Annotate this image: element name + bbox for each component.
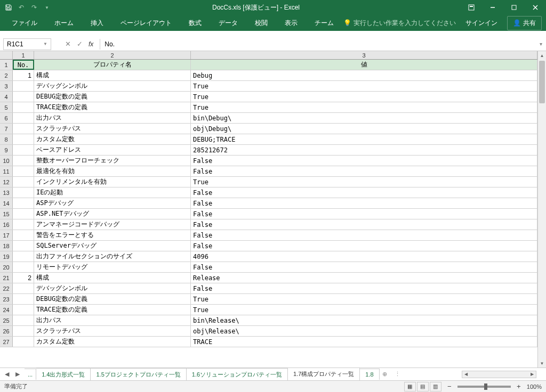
cell-value[interactable]: True xyxy=(191,305,537,315)
cell-value[interactable]: False xyxy=(191,262,537,272)
row-header[interactable]: 27 xyxy=(0,337,13,347)
column-header[interactable]: 1 xyxy=(13,51,34,59)
ribbon-tab-team[interactable]: チーム xyxy=(307,15,341,31)
cell-no[interactable] xyxy=(13,145,34,155)
cell-no[interactable] xyxy=(13,81,34,91)
cell-property[interactable]: 出力パス xyxy=(34,315,191,325)
share-button[interactable]: 👤 共有 xyxy=(507,16,542,30)
cell-no[interactable] xyxy=(13,102,34,112)
hscroll-left-button[interactable]: ◀ xyxy=(462,371,470,378)
cell-property[interactable]: 最適化を有効 xyxy=(34,166,191,176)
normal-view-button[interactable]: ▦ xyxy=(404,382,416,391)
cell-value[interactable]: False xyxy=(191,230,537,240)
save-icon[interactable] xyxy=(4,3,13,12)
row-header[interactable]: 17 xyxy=(0,230,13,240)
row-header[interactable]: 6 xyxy=(0,113,13,123)
cell-no[interactable] xyxy=(13,230,34,240)
cell-property[interactable]: 警告をエラーとする xyxy=(34,230,191,240)
cell-no[interactable] xyxy=(13,326,34,336)
horizontal-scrollbar[interactable]: ◀ ▶ xyxy=(462,371,536,378)
cell-value[interactable]: True xyxy=(191,102,537,112)
cell-property[interactable]: ASP.NETデバッグ xyxy=(34,209,191,219)
row-header[interactable]: 4 xyxy=(0,92,13,102)
cell-value[interactable]: bin\Debug\ xyxy=(191,113,537,123)
row-header[interactable]: 14 xyxy=(0,198,13,208)
scroll-thumb[interactable] xyxy=(539,61,545,103)
column-header[interactable]: 3 xyxy=(191,51,537,59)
scroll-up-button[interactable]: ▲ xyxy=(538,51,546,60)
row-header[interactable]: 21 xyxy=(0,273,13,283)
cell-property[interactable]: ASPデバッグ xyxy=(34,198,191,208)
ribbon-options-button[interactable] xyxy=(461,0,482,15)
cell-value[interactable]: False xyxy=(191,198,537,208)
cell-no[interactable] xyxy=(13,241,34,251)
scroll-down-button[interactable]: ▼ xyxy=(538,359,546,368)
row-header[interactable]: 7 xyxy=(0,124,13,134)
column-header[interactable]: 2 xyxy=(34,51,191,59)
redo-icon[interactable]: ↷ xyxy=(30,3,38,12)
grid-body[interactable]: 1 No. プロパティ名 値 21構成Debug3デバッグシンボルTrue4DE… xyxy=(0,60,537,368)
cell-property[interactable]: DEBUG定数の定義 xyxy=(34,92,191,102)
cell-no[interactable] xyxy=(13,251,34,262)
cell-value[interactable]: False xyxy=(191,187,537,198)
add-sheet-button[interactable]: ⊕ xyxy=(380,371,390,378)
cell-property[interactable]: リモートデバッグ xyxy=(34,262,191,272)
cell-value[interactable]: Debug xyxy=(191,70,537,80)
qat-dropdown-icon[interactable]: ▼ xyxy=(43,3,51,12)
cell-no[interactable] xyxy=(13,156,34,166)
row-header[interactable]: 1 xyxy=(0,60,13,70)
fx-icon[interactable]: fx xyxy=(89,40,93,48)
row-header[interactable]: 16 xyxy=(0,219,13,230)
cell-no[interactable]: 1 xyxy=(13,70,34,80)
minimize-button[interactable] xyxy=(482,0,503,15)
sheet-tab[interactable]: 1.4出力形式一覧 xyxy=(36,368,91,381)
cell-no[interactable] xyxy=(13,113,34,123)
cell-property[interactable]: スクラッチパス xyxy=(34,326,191,336)
ribbon-tab-formulas[interactable]: 数式 xyxy=(181,15,209,31)
cell-no[interactable]: 2 xyxy=(13,273,34,283)
cell-property[interactable]: SQLServerデバッグ xyxy=(34,241,191,251)
row-header[interactable]: 3 xyxy=(0,81,13,91)
sheet-tab-next-partial[interactable]: 1.8 xyxy=(360,369,379,380)
row-header[interactable]: 11 xyxy=(0,166,13,176)
undo-icon[interactable]: ↶ xyxy=(17,3,26,12)
zoom-out-button[interactable]: − xyxy=(446,382,453,390)
cell-value[interactable]: False xyxy=(191,219,537,230)
cell-no[interactable] xyxy=(13,283,34,293)
cell-property[interactable]: 構成 xyxy=(34,70,191,80)
hscroll-right-button[interactable]: ▶ xyxy=(528,371,536,378)
cell-no[interactable] xyxy=(13,305,34,315)
cell-no[interactable] xyxy=(13,294,34,304)
cancel-formula-button[interactable]: ✕ xyxy=(62,39,74,50)
cell-value[interactable]: False xyxy=(191,241,537,251)
cell-property[interactable]: デバッグシンボル xyxy=(34,283,191,293)
page-break-view-button[interactable]: ▥ xyxy=(430,382,441,391)
sheet-tab-active[interactable]: 1.7構成プロパティ一覧 xyxy=(288,368,360,381)
row-header[interactable]: 8 xyxy=(0,134,13,144)
cell-value[interactable]: False xyxy=(191,166,537,176)
cell-value[interactable]: 285212672 xyxy=(191,145,537,155)
vertical-scrollbar[interactable]: ▲ ▼ xyxy=(537,51,546,368)
select-all-corner[interactable] xyxy=(0,51,13,59)
cell-value[interactable]: False xyxy=(191,283,537,293)
zoom-in-button[interactable]: + xyxy=(515,382,523,390)
cell-property[interactable]: カスタム定数 xyxy=(34,134,191,144)
cell-no[interactable] xyxy=(13,198,34,208)
ribbon-tab-home[interactable]: ホーム xyxy=(47,15,81,31)
ribbon-tab-file[interactable]: ファイル xyxy=(4,15,45,31)
row-header[interactable]: 13 xyxy=(0,187,13,198)
cell-property[interactable]: TRACE定数の定義 xyxy=(34,102,191,112)
cell-property[interactable]: ベースアドレス xyxy=(34,145,191,155)
cell-property[interactable]: 構成 xyxy=(34,273,191,283)
cell-value[interactable]: obj\Release\ xyxy=(191,326,537,336)
cell-no[interactable] xyxy=(13,166,34,176)
cell-no[interactable] xyxy=(13,92,34,102)
close-button[interactable] xyxy=(525,0,546,15)
cell-value[interactable]: False xyxy=(191,156,537,166)
sheet-nav-next-icon[interactable]: ▶ xyxy=(14,371,21,378)
cell-value[interactable]: TRACE xyxy=(191,337,537,347)
sheet-tab[interactable]: 1.5プロジェクトプロパティ一覧 xyxy=(91,368,186,381)
cell-value[interactable]: bin\Release\ xyxy=(191,315,537,325)
zoom-slider-thumb[interactable] xyxy=(484,383,487,390)
row-header[interactable]: 9 xyxy=(0,145,13,155)
